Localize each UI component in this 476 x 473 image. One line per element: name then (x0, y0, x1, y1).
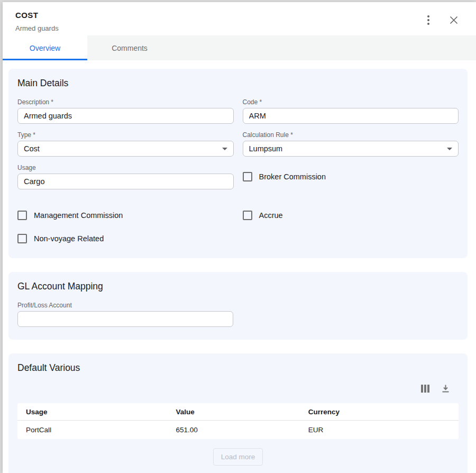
profit-loss-account-input[interactable] (17, 311, 233, 327)
usage-label: Usage (17, 164, 234, 171)
default-various-title: Default Various (17, 362, 459, 374)
code-field-group: Code * (243, 98, 459, 124)
dialog-subtitle: Armed guards (15, 24, 463, 32)
section-default-various: Default Various Usage V (8, 353, 468, 473)
usage-input[interactable] (17, 174, 234, 189)
gl-account-mapping-title: GL Account Mapping (17, 281, 459, 292)
load-more-button[interactable]: Load more (213, 448, 263, 466)
checkbox-icon (243, 211, 252, 220)
type-select[interactable]: Cost (17, 141, 234, 157)
cell-value: 651.00 (168, 421, 300, 440)
type-select-value: Cost (24, 144, 40, 153)
calculation-rule-select[interactable]: Lumpsum (243, 141, 459, 157)
section-gl-account-mapping: GL Account Mapping Profit/Loss Account (8, 272, 468, 340)
dialog-content: Main Details Description * Code * Type *… (3, 60, 476, 473)
non-voyage-related-label: Non-voyage Related (34, 234, 104, 243)
broker-commission-group: Broker Commission (243, 164, 459, 189)
download-icon[interactable] (441, 384, 450, 393)
tab-bar: Overview Comments (3, 35, 476, 60)
section-main-details: Main Details Description * Code * Type *… (8, 69, 468, 258)
cell-currency: EUR (300, 421, 459, 440)
code-label: Code * (243, 98, 459, 106)
management-commission-label: Management Commission (34, 211, 123, 220)
type-field-group: Type * Cost (17, 131, 234, 157)
load-more-wrap: Load more (17, 448, 459, 466)
checkbox-icon (17, 211, 27, 220)
profit-loss-account-label: Profit/Loss Account (17, 302, 233, 309)
close-icon[interactable] (447, 14, 460, 26)
broker-commission-checkbox[interactable]: Broker Commission (243, 172, 326, 181)
dialog-title: COST (15, 11, 463, 20)
columns-icon[interactable] (421, 385, 429, 393)
kebab-dots (427, 15, 429, 25)
calculation-rule-select-value: Lumpsum (249, 144, 283, 153)
tab-comments[interactable]: Comments (87, 35, 172, 60)
broker-commission-label: Broker Commission (259, 172, 326, 181)
management-commission-checkbox[interactable]: Management Commission (17, 211, 234, 220)
non-voyage-related-group: Non-voyage Related (17, 234, 234, 243)
table-toolbar (17, 383, 450, 394)
calculation-rule-label: Calculation Rule * (243, 131, 459, 139)
cell-usage: PortCall (17, 421, 168, 440)
tab-overview[interactable]: Overview (3, 35, 87, 60)
non-voyage-related-checkbox[interactable]: Non-voyage Related (17, 234, 234, 243)
usage-field-group: Usage (17, 164, 234, 189)
column-header-usage[interactable]: Usage (17, 403, 168, 421)
accrue-checkbox[interactable]: Accrue (243, 211, 459, 220)
type-label: Type * (17, 131, 234, 139)
accrue-label: Accrue (259, 211, 283, 220)
code-input[interactable] (243, 108, 459, 124)
main-details-title: Main Details (17, 78, 459, 89)
cost-dialog: COST Armed guards Overview Comments Main… (3, 2, 476, 473)
chevron-down-icon (447, 148, 452, 150)
dialog-header: COST Armed guards (3, 2, 476, 35)
table-header-row: Usage Value Currency (17, 403, 459, 421)
accrue-group: Accrue (243, 211, 459, 220)
description-field-group: Description * (17, 98, 234, 124)
header-actions (422, 14, 460, 26)
checkbox-icon (17, 234, 27, 243)
chevron-down-icon (222, 148, 227, 150)
checkbox-icon (243, 172, 252, 181)
table-row[interactable]: PortCall 651.00 EUR (17, 421, 459, 440)
default-various-table: Usage Value Currency PortCall 651.00 EUR (17, 403, 459, 439)
profit-loss-account-group: Profit/Loss Account (17, 302, 233, 327)
kebab-menu-icon[interactable] (422, 14, 435, 26)
column-header-currency[interactable]: Currency (300, 403, 459, 421)
column-header-value[interactable]: Value (168, 403, 300, 421)
description-input[interactable] (17, 108, 234, 124)
calculation-rule-field-group: Calculation Rule * Lumpsum (243, 131, 459, 157)
description-label: Description * (17, 98, 234, 106)
management-commission-group: Management Commission (17, 211, 234, 220)
